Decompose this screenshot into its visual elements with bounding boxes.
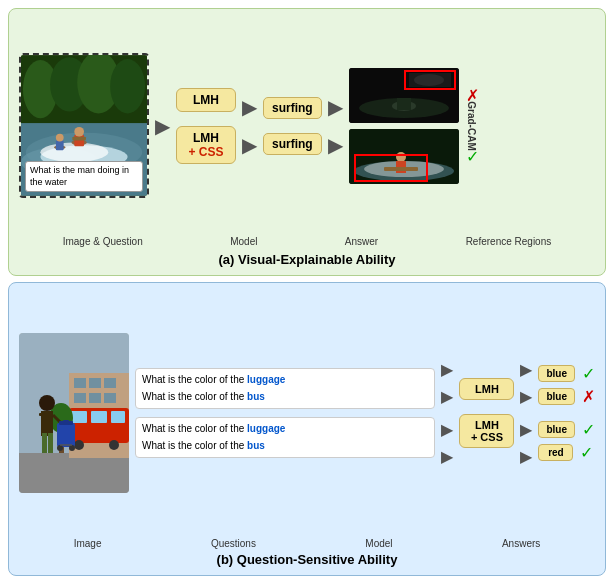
b-answer-row-4: red ✓ xyxy=(538,443,595,462)
svg-rect-42 xyxy=(71,411,87,423)
svg-point-10 xyxy=(110,59,145,113)
label-answer-a: Answer xyxy=(345,236,378,247)
svg-rect-53 xyxy=(42,433,47,453)
svg-rect-30 xyxy=(384,167,418,171)
b-models: LMH LMH + CSS xyxy=(459,378,514,448)
svg-point-24 xyxy=(414,74,444,86)
label-image-b: Image xyxy=(74,538,102,549)
check-icon-b3: ✓ xyxy=(580,443,593,462)
ref-images: ✗ xyxy=(349,68,479,184)
questions-col: What is the color of the luggage What is… xyxy=(135,368,435,458)
svg-point-17 xyxy=(56,134,64,142)
arrow-5a: ▶ xyxy=(328,133,343,157)
b-arrow-7: ▶ xyxy=(520,420,532,439)
model-lmh-css: LMH + CSS xyxy=(176,126,236,164)
b-answer-row-1: blue ✓ xyxy=(538,364,595,383)
check-icon-b2: ✓ xyxy=(582,420,595,439)
questions-group-2: What is the color of the luggage What is… xyxy=(135,417,435,458)
arrow-4a: ▶ xyxy=(328,95,343,119)
answer-box-2: surfing xyxy=(263,133,322,155)
b-answer-box-1: blue xyxy=(538,365,575,382)
b-arrow-6: ▶ xyxy=(520,387,532,406)
b-answer-box-4: red xyxy=(538,444,573,461)
highlight-luggage-1: luggage xyxy=(247,374,285,385)
arrows-col-b: ▶ ▶ xyxy=(328,95,343,157)
svg-point-59 xyxy=(69,445,75,451)
main-container: What is the man doing in the water ▶ LMH… xyxy=(0,0,614,584)
svg-rect-39 xyxy=(89,393,101,403)
label-image-question: Image & Question xyxy=(63,236,143,247)
arrow-1a: ▶ xyxy=(155,114,170,138)
b-arrows-col-2: ▶ ▶ xyxy=(441,420,453,466)
arrows-to-answers: ▶ ▶ ▶ ▶ xyxy=(520,360,532,466)
b-answers-col-2: blue ✓ red ✓ xyxy=(538,420,595,462)
svg-point-49 xyxy=(39,395,55,411)
arrow-2a: ▶ xyxy=(242,95,257,119)
b-answer-box-2: blue xyxy=(538,388,575,405)
svg-point-13 xyxy=(74,127,84,137)
b-model-2: LMH + CSS xyxy=(459,414,514,448)
question-box-a: What is the man doing in the water xyxy=(25,161,143,192)
model-boxes-a: LMH LMH + CSS xyxy=(176,88,236,164)
svg-rect-40 xyxy=(104,393,116,403)
ref-row-1: ✗ xyxy=(349,68,479,123)
svg-point-28 xyxy=(396,152,406,162)
b-arrows-col-3: ▶ ▶ xyxy=(520,360,532,406)
svg-rect-44 xyxy=(111,411,125,423)
b-model-1: LMH xyxy=(459,378,514,400)
label-model-b: Model xyxy=(365,538,392,549)
cross-icon-b1: ✗ xyxy=(582,387,595,406)
b-arrow-3: ▶ xyxy=(441,420,453,439)
question-row-b2: What is the color of the bus xyxy=(142,390,428,404)
b-arrow-1: ▶ xyxy=(441,360,453,379)
svg-rect-16 xyxy=(56,141,64,151)
b-answers: blue ✓ blue ✗ blue xyxy=(538,364,595,462)
ref-img-top xyxy=(349,68,459,123)
arrow-3a: ▶ xyxy=(242,133,257,157)
label-answers-b: Answers xyxy=(502,538,540,549)
svg-rect-14 xyxy=(72,137,86,141)
model-lmh-1: LMH xyxy=(176,88,236,112)
check-icon-b1: ✓ xyxy=(582,364,595,383)
svg-rect-55 xyxy=(57,423,75,447)
questions-group-1: What is the color of the luggage What is… xyxy=(135,368,435,409)
arrows-to-models: ▶ ▶ ▶ ▶ xyxy=(441,360,453,466)
svg-point-45 xyxy=(74,440,84,450)
section-a: What is the man doing in the water ▶ LMH… xyxy=(8,8,606,276)
answer-box-1: surfing xyxy=(263,97,322,119)
svg-point-46 xyxy=(109,440,119,450)
ref-row-2: ✓ xyxy=(349,129,479,184)
b-arrow-4: ▶ xyxy=(441,447,453,466)
labels-row-b: Image Questions Model Answers xyxy=(19,538,595,549)
question-row-b1: What is the color of the luggage xyxy=(142,373,428,387)
arrows-col-a: ▶ ▶ xyxy=(242,95,257,157)
grad-cam-section: ✗ xyxy=(349,68,479,184)
svg-rect-43 xyxy=(91,411,107,423)
labels-row-a: Image & Question Model Answer Reference … xyxy=(19,236,595,247)
svg-point-58 xyxy=(57,445,63,451)
question-row-b4: What is the color of the bus xyxy=(142,439,428,453)
label-ref-regions: Reference Regions xyxy=(466,236,552,247)
svg-rect-51 xyxy=(39,413,47,416)
b-arrows-col-4: ▶ ▶ xyxy=(520,420,532,466)
svg-rect-57 xyxy=(63,420,69,423)
section-b-title: (b) Question-Sensitive Ability xyxy=(19,552,595,567)
highlight-bus-1: bus xyxy=(247,391,265,402)
question-row-b3: What is the color of the luggage xyxy=(142,422,428,436)
label-questions-b: Questions xyxy=(211,538,256,549)
b-answer-box-3: blue xyxy=(538,421,575,438)
b-arrow-2: ▶ xyxy=(441,387,453,406)
section-b: What is the color of the luggage What is… xyxy=(8,282,606,576)
b-arrows-col-1: ▶ ▶ xyxy=(441,360,453,406)
label-model-a: Model xyxy=(230,236,257,247)
svg-rect-21 xyxy=(397,98,411,110)
b-arrow-5: ▶ xyxy=(520,360,532,379)
svg-rect-37 xyxy=(104,378,116,388)
svg-rect-36 xyxy=(89,378,101,388)
b-arrow-8: ▶ xyxy=(520,447,532,466)
grad-cam-label: Grad-CAM xyxy=(466,101,477,150)
svg-rect-38 xyxy=(74,393,86,403)
highlight-luggage-2: luggage xyxy=(247,423,285,434)
highlight-bus-2: bus xyxy=(247,440,265,451)
svg-rect-33 xyxy=(19,453,129,493)
